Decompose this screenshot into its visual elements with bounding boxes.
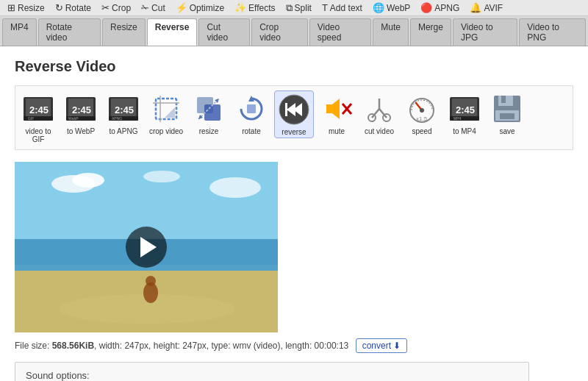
- tool-cut[interactable]: cut video: [359, 90, 399, 137]
- svg-marker-18: [165, 107, 175, 118]
- tool-resize-icon: [192, 92, 226, 126]
- tab-bar: MP4 Rotate video Resize Reverse Cut vide…: [0, 16, 588, 46]
- svg-point-62: [146, 276, 156, 286]
- tool-reverse[interactable]: reverse: [274, 90, 314, 138]
- tool-rotate[interactable]: rotate: [232, 90, 271, 137]
- tool-webp[interactable]: 2:45 WebP to WebP: [61, 90, 101, 137]
- svg-rect-25: [247, 104, 256, 113]
- tool-gif-label: video to GIF: [20, 127, 57, 143]
- menu-resize[interactable]: ⊞ Resize: [3, 1, 49, 14]
- tab-video-speed[interactable]: Video speed: [309, 18, 372, 46]
- menu-rotate[interactable]: ↻ Rotate: [51, 1, 96, 14]
- top-menu-bar: ⊞ Resize ↻ Rotate ✂ Crop ✁ Cut ⚡ Optimiz…: [0, 0, 588, 16]
- svg-rect-30: [285, 103, 287, 116]
- tool-webp-label: to WebP: [67, 127, 95, 135]
- tool-save[interactable]: save: [487, 90, 527, 137]
- video-player[interactable]: [15, 162, 278, 332]
- menu-webp[interactable]: 🌐 WebP: [368, 1, 415, 14]
- play-triangle-icon: [140, 237, 157, 257]
- resize-menu-icon: ⊞: [7, 2, 15, 13]
- tool-save-label: save: [499, 127, 514, 135]
- tool-mute[interactable]: mute: [317, 90, 356, 137]
- tool-crop[interactable]: crop video: [146, 90, 186, 137]
- svg-point-56: [209, 177, 261, 198]
- tool-rotate-label: rotate: [242, 127, 261, 135]
- avif-menu-icon: 🔔: [470, 2, 481, 13]
- tool-save-icon: [490, 92, 524, 126]
- svg-text:MP4: MP4: [453, 116, 462, 121]
- tab-crop-video[interactable]: Crop video: [251, 18, 308, 46]
- svg-text:WebP: WebP: [68, 116, 79, 121]
- tool-reverse-label: reverse: [282, 128, 306, 136]
- tool-mute-icon: [320, 92, 354, 126]
- tool-gif-icon: 2:45 GIF: [21, 92, 55, 126]
- tab-mp4[interactable]: MP4: [2, 18, 37, 46]
- apng-menu-icon: 🔴: [420, 2, 432, 13]
- tool-crop-icon: [149, 92, 183, 126]
- crop-menu-icon: ✂: [101, 2, 110, 13]
- cut-menu-icon: ✁: [141, 2, 149, 13]
- sound-options-panel: Sound options: 🔊 reverse sound 🔇 mute so…: [15, 362, 529, 381]
- svg-text:2:45: 2:45: [456, 104, 475, 115]
- file-details: , width: 247px, height: 247px, type: wmv…: [94, 341, 348, 351]
- tab-cut-video[interactable]: Cut video: [198, 18, 250, 46]
- tool-mp4[interactable]: 2:45 MP4 to MP4: [445, 90, 484, 137]
- svg-rect-51: [500, 113, 514, 119]
- tab-video-to-jpg[interactable]: Video to JPG: [453, 18, 517, 46]
- tool-mute-label: mute: [329, 127, 345, 135]
- main-content: Reverse Video 2:45 GIF video to GIF: [0, 46, 588, 381]
- tool-speed-label: speed: [412, 127, 431, 135]
- play-button[interactable]: [126, 227, 167, 268]
- menu-effects[interactable]: ✨ Effects: [230, 1, 279, 14]
- tab-merge[interactable]: Merge: [410, 18, 451, 46]
- svg-text:x1.5: x1.5: [416, 115, 428, 122]
- tool-rotate-icon: [234, 92, 268, 126]
- svg-text:GIF: GIF: [28, 116, 34, 121]
- svg-text:APNG: APNG: [112, 116, 122, 121]
- webp-menu-icon: 🌐: [373, 2, 384, 13]
- menu-optimize[interactable]: ⚡ Optimize: [171, 1, 229, 14]
- tool-cut-label: cut video: [365, 127, 394, 135]
- page-title: Reverse Video: [15, 58, 573, 75]
- menu-addtext[interactable]: T Add text: [318, 1, 367, 14]
- tool-mp4-icon: 2:45 MP4: [448, 92, 481, 126]
- menu-avif[interactable]: 🔔 AVIF: [465, 1, 507, 14]
- tool-resize[interactable]: resize: [189, 90, 229, 137]
- addtext-menu-icon: T: [322, 2, 328, 13]
- svg-text:2:45: 2:45: [115, 104, 134, 115]
- sound-options-title: Sound options:: [26, 370, 518, 381]
- tool-webp-icon: 2:45 WebP: [64, 92, 98, 126]
- tab-resize[interactable]: Resize: [102, 18, 146, 46]
- convert-button[interactable]: convert ⬇: [356, 338, 407, 353]
- menu-crop[interactable]: ✂ Crop: [97, 1, 135, 14]
- tools-row: 2:45 GIF video to GIF 2:45 WebP to WebP: [15, 85, 573, 150]
- svg-rect-49: [501, 96, 506, 103]
- tool-gif[interactable]: 2:45 GIF video to GIF: [18, 90, 58, 145]
- tab-rotate-video[interactable]: Rotate video: [38, 18, 101, 46]
- optimize-menu-icon: ⚡: [176, 2, 187, 13]
- tool-resize-label: resize: [199, 127, 219, 135]
- tab-video-to-png[interactable]: Video to PNG: [519, 18, 586, 46]
- convert-download-icon: ⬇: [393, 341, 401, 351]
- effects-menu-icon: ✨: [234, 2, 246, 13]
- tab-mute[interactable]: Mute: [373, 18, 409, 46]
- tool-reverse-icon: [277, 93, 311, 127]
- menu-split[interactable]: ⧉ Split: [282, 1, 316, 15]
- tool-crop-label: crop video: [149, 127, 183, 135]
- menu-cut[interactable]: ✁ Cut: [137, 1, 170, 14]
- file-info: File size: 568.56KiB, width: 247px, heig…: [15, 338, 573, 353]
- tool-mp4-label: to MP4: [453, 127, 476, 135]
- tool-apng-label: to APNG: [110, 127, 138, 135]
- rotate-menu-icon: ↻: [55, 2, 63, 13]
- split-menu-icon: ⧉: [286, 2, 293, 14]
- svg-marker-31: [326, 99, 340, 119]
- svg-point-54: [72, 173, 104, 188]
- tool-speed[interactable]: x1.5 speed: [402, 90, 442, 137]
- tab-reverse[interactable]: Reverse: [147, 18, 198, 46]
- svg-text:2:45: 2:45: [72, 104, 91, 115]
- tool-cut-icon: [362, 92, 396, 126]
- menu-apng[interactable]: 🔴 APNG: [416, 1, 464, 14]
- svg-rect-20: [204, 104, 220, 121]
- svg-point-40: [420, 108, 424, 113]
- tool-apng[interactable]: 2:45 APNG to APNG: [104, 90, 143, 137]
